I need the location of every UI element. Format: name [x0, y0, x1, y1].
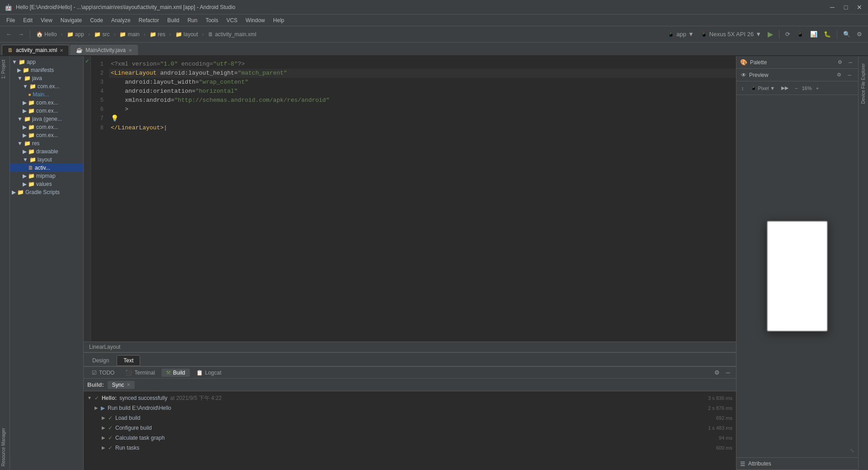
menu-item-tools[interactable]: Tools [202, 16, 222, 24]
tree-item-main-java[interactable]: ● Main... [10, 90, 83, 99]
sync-tab-close[interactable]: ✕ [127, 382, 130, 387]
logcat-tab[interactable]: 📋 Logcat [192, 369, 226, 377]
tab-java-close[interactable]: ✕ [128, 48, 132, 53]
breadcrumb-layout[interactable]: 📁 layout [173, 30, 200, 38]
palette-header: 🎨 Palette ⚙ ─ [736, 56, 858, 69]
preview-toolbar: ↕ 📱 Pixel ▼ ▶▶ − 16% + [736, 81, 858, 95]
preview-device-btn[interactable]: 📱 Pixel ▼ [748, 82, 778, 94]
bottom-tabs: ☑ TODO ⬛ Terminal ⚒ Build 📋 Logcat [84, 367, 736, 379]
minimize-button[interactable]: ─ [828, 3, 836, 11]
profiler-btn[interactable]: 📊 [808, 28, 820, 40]
build-line-5: ▶ ✓ Calculate task graph 94 ms [87, 433, 732, 443]
menu-item-analyze[interactable]: Analyze [108, 16, 134, 24]
avd-btn[interactable]: 📱 [794, 28, 806, 40]
menu-item-refactor[interactable]: Refactor [135, 16, 163, 24]
menu-item-edit[interactable]: Edit [19, 16, 36, 24]
back-button[interactable]: ← [4, 28, 14, 40]
preview-minimize-btn[interactable]: ─ [845, 69, 854, 81]
tree-item-com2[interactable]: ▶ 📁 com.ex... [10, 99, 83, 107]
menu-item-run[interactable]: Run [184, 16, 201, 24]
tree-item-com5[interactable]: ▶ 📁 com.ex... [10, 131, 83, 139]
build-tab[interactable]: ⚒ Build [161, 369, 190, 377]
collapse-btn-3[interactable]: ▶ [102, 413, 105, 423]
breadcrumb-res[interactable]: 📁 res [147, 30, 168, 38]
terminal-tab[interactable]: ⬛ Terminal [121, 369, 159, 377]
tab-activity-main-xml[interactable]: 🗎 activity_main.xml ✕ [2, 45, 69, 55]
collapse-btn-5[interactable]: ▶ [102, 433, 105, 442]
title-bar: 🤖 Hello [E:\Android\Hello] - ...\app\src… [0, 0, 868, 14]
warning-icon: 💡 [111, 115, 118, 122]
tree-item-mipmap[interactable]: ▶ 📁 mipmap [10, 172, 83, 180]
breadcrumb-app[interactable]: 📁 app [65, 30, 86, 38]
tab-xml-close[interactable]: ✕ [60, 48, 63, 53]
tree-item-com4[interactable]: ▶ 📁 com.ex... [10, 123, 83, 131]
tree-item-gradle[interactable]: ▶ 📁 Gradle Scripts [10, 188, 83, 196]
device-btn[interactable]: 📱 Nexus 5X API 26 ▼ [698, 28, 764, 40]
palette-minimize-btn[interactable]: ─ [846, 57, 854, 68]
breadcrumb-file[interactable]: 🗎 activity_main.xml [206, 30, 259, 38]
tree-item-values[interactable]: ▶ 📁 values [10, 180, 83, 188]
build-minimize-btn[interactable]: ─ [724, 367, 732, 379]
collapse-btn-6[interactable]: ▶ [102, 443, 105, 452]
menu-item-vcs[interactable]: VCS [223, 16, 241, 24]
tree-label: com.ex... [36, 132, 58, 138]
close-button[interactable]: ✕ [855, 3, 863, 11]
tree-item-activity-main[interactable]: 🗎 activ... [10, 164, 83, 172]
preview-zoom-in-btn[interactable]: + [814, 82, 821, 94]
breadcrumb-src[interactable]: 📁 src [92, 30, 112, 38]
device-file-explorer-tab[interactable]: Device File Explorer [860, 60, 867, 107]
tree-item-drawable[interactable]: ▶ 📁 drawable [10, 147, 83, 156]
collapse-btn-4[interactable]: ▶ [102, 423, 105, 432]
design-tab[interactable]: Design [85, 355, 116, 366]
tree-label: java (gene... [32, 116, 62, 122]
breadcrumb-main[interactable]: 📁 main [117, 30, 142, 38]
menu-item-navigate[interactable]: Navigate [57, 16, 85, 24]
sync-tab[interactable]: Sync ✕ [108, 381, 135, 389]
tree-item-res[interactable]: ▼ 📁 res [10, 139, 83, 147]
debug-btn[interactable]: 🐛 [821, 28, 833, 40]
code-line-3: 3 android:layout_width="wrap_content" [91, 78, 736, 87]
tab-main-activity-java[interactable]: ☕ MainActivity.java ✕ [70, 45, 137, 55]
collapse-btn-2[interactable]: ▶ [94, 404, 98, 413]
tree-item-app[interactable]: ▼ 📁 app [10, 58, 83, 66]
run-button[interactable]: ▶ [765, 28, 775, 40]
app-config-label: app [676, 31, 686, 38]
success-icon-4: ✓ [108, 423, 113, 432]
menu-item-file[interactable]: File [3, 16, 19, 24]
tree-item-com3[interactable]: ▶ 📁 com.ex... [10, 107, 83, 115]
resource-manager-tab[interactable]: Resource Manager [0, 424, 9, 470]
text-tab[interactable]: Text [117, 355, 140, 366]
resize-handle[interactable]: ⤡ [850, 447, 854, 454]
project-panel-tab[interactable]: 1: Project [0, 56, 9, 82]
tree-item-java-gen[interactable]: ▼ 📁 java (gene... [10, 115, 83, 123]
code-editor[interactable]: 1 <?xml version="1.0" encoding="utf-8"?>… [91, 56, 736, 342]
preview-rotate-btn[interactable]: ↕ [739, 82, 746, 94]
preview-api-btn[interactable]: ▶▶ [779, 82, 791, 94]
phone-preview [767, 221, 828, 332]
tree-item-manifests[interactable]: ▶ 📁 manifests [10, 66, 83, 74]
menu-item-window[interactable]: Window [242, 16, 269, 24]
menu-item-build[interactable]: Build [164, 16, 183, 24]
palette-settings-btn[interactable]: ⚙ [835, 57, 844, 68]
forward-button[interactable]: → [16, 28, 26, 40]
preview-label: Preview [749, 72, 769, 78]
run-config-btn[interactable]: 📱 app ▼ [665, 28, 696, 40]
settings-btn[interactable]: ⚙ [854, 28, 864, 40]
search-btn[interactable]: 🔍 [841, 28, 853, 40]
menu-item-code[interactable]: Code [86, 16, 107, 24]
code-line-2: 2 <LinearLayout android:layout_height="m… [91, 69, 736, 78]
build-settings-btn[interactable]: ⚙ [712, 367, 722, 379]
preview-zoom-out-btn[interactable]: − [793, 82, 800, 94]
success-icon-6: ✓ [108, 443, 113, 452]
tree-item-com1[interactable]: ▼ 📁 com.ex... [10, 82, 83, 90]
preview-settings-btn[interactable]: ⚙ [835, 69, 844, 81]
menu-item-view[interactable]: View [37, 16, 56, 24]
todo-tab[interactable]: ☑ TODO [87, 369, 119, 377]
tree-item-java[interactable]: ▼ 📁 java [10, 74, 83, 82]
sdk-btn[interactable]: ⟳ [783, 28, 793, 40]
menu-item-help[interactable]: Help [269, 16, 288, 24]
collapse-btn-1[interactable]: ▼ [87, 394, 92, 403]
maximize-button[interactable]: □ [842, 3, 850, 11]
tree-item-layout[interactable]: ▼ 📁 layout [10, 156, 83, 164]
breadcrumb-hello[interactable]: 🏠 Hello [34, 30, 59, 38]
